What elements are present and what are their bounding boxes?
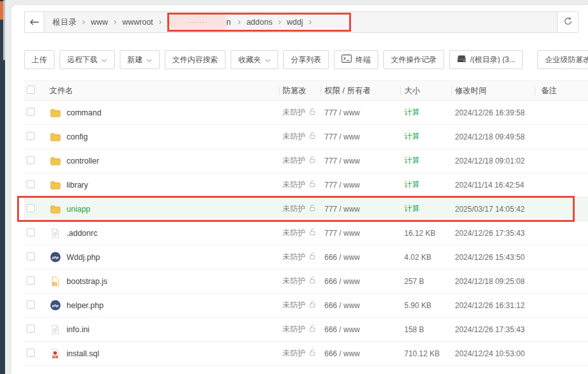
modified-time: 2024/12/26 16:39:58 — [451, 108, 535, 117]
permission-owner: 666 / www — [321, 277, 400, 286]
breadcrumb-item-addons[interactable]: addons — [246, 18, 272, 27]
file-name-link[interactable]: config — [67, 132, 87, 141]
tamper-status: 未防护 — [283, 131, 305, 142]
row-checkbox[interactable] — [27, 228, 35, 236]
file-name-link[interactable]: controller — [67, 157, 99, 165]
calculate-size-link[interactable]: 计算 — [404, 132, 419, 141]
table-row[interactable]: .addonrc 未防护 777 / www 16.12 KB 2024/12/… — [24, 221, 588, 245]
table-row[interactable]: JS bootstrap.js 未防护 666 / www 257 B 2024… — [24, 269, 588, 293]
content-search-button[interactable]: 文件内容搜索 — [165, 50, 226, 69]
permission-owner: 777 / www — [321, 108, 400, 117]
sidebar-scrollbar[interactable] — [3, 0, 5, 60]
text-icon — [49, 228, 61, 238]
folder-icon — [49, 181, 61, 190]
table-row[interactable]: uniapp 未防护 777 / www 计算 2025/03/17 14:05… — [24, 197, 588, 221]
file-name-link[interactable]: library — [67, 181, 88, 190]
file-size: 16.12 KB — [404, 229, 435, 238]
permission-owner: 777 / www — [321, 229, 400, 238]
unlock-icon — [309, 252, 316, 262]
new-button[interactable]: 新建 — [120, 50, 160, 69]
file-name-link[interactable]: info.ini — [67, 325, 89, 334]
tamper-status: 未防护 — [283, 300, 305, 311]
column-header-perm-owner: 权限 / 所有者 — [321, 86, 400, 96]
file-manager-panel: 根目录 › www › wwwroot › w ······· n › addo… — [11, 5, 588, 374]
unlock-icon — [309, 349, 316, 358]
file-name-link[interactable]: bootstrap.js — [67, 277, 108, 286]
table-row[interactable]: command 未防护 777 / www 计算 2024/12/26 16:3… — [24, 101, 588, 125]
refresh-button[interactable] — [557, 12, 578, 32]
table-row[interactable]: php helper.php 未防护 666 / www 5.90 KB 202… — [24, 293, 588, 318]
breadcrumb-item-www[interactable]: www — [91, 18, 108, 27]
row-checkbox[interactable] — [27, 108, 35, 116]
file-name-link[interactable]: .addonrc — [67, 229, 98, 238]
modified-time: 2024/12/26 16:31:12 — [451, 301, 535, 310]
file-name-link[interactable]: helper.php — [67, 301, 103, 310]
row-checkbox[interactable] — [27, 132, 35, 140]
unlock-icon — [309, 180, 316, 190]
row-checkbox[interactable] — [27, 349, 35, 357]
favorites-button[interactable]: 收藏夹 — [231, 50, 278, 69]
file-size: 5.90 KB — [404, 301, 431, 310]
permission-owner: 666 / www — [321, 349, 400, 358]
folder-icon — [49, 132, 61, 141]
permission-owner: 777 / www — [321, 157, 400, 165]
calculate-size-link[interactable]: 计算 — [404, 108, 419, 117]
svg-text:JS: JS — [53, 283, 56, 285]
chevron-down-icon — [101, 59, 107, 62]
tamper-status: 未防护 — [283, 155, 305, 166]
calculate-size-link[interactable]: 计算 — [404, 204, 419, 213]
file-name-link[interactable]: install.sql — [67, 349, 99, 358]
operation-log-button[interactable]: 文件操作记录 — [383, 50, 444, 69]
table-header: 文件名 防篡改 权限 / 所有者 大小 修改时间 备注 — [24, 81, 588, 101]
upload-button[interactable]: 上传 — [24, 50, 54, 69]
table-row[interactable]: info.ini 未防护 666 / www 158 B 2024/12/26 … — [24, 318, 588, 342]
row-checkbox[interactable] — [27, 325, 35, 333]
breadcrumb-separator: › — [113, 17, 117, 26]
remote-download-button[interactable]: 远程下载 — [60, 50, 115, 69]
row-checkbox[interactable] — [27, 180, 35, 188]
row-checkbox[interactable] — [27, 300, 35, 309]
svg-text:php: php — [51, 255, 59, 259]
chevron-down-icon — [265, 59, 271, 62]
file-name-link[interactable]: command — [67, 108, 101, 117]
row-checkbox[interactable] — [27, 204, 35, 212]
permission-owner: 666 / www — [321, 253, 400, 262]
breadcrumb-separator: › — [309, 17, 312, 26]
php-icon: php — [49, 300, 61, 311]
unlock-icon — [309, 108, 316, 117]
disk-select-button[interactable]: /(根目录) (3... — [449, 50, 523, 69]
breadcrumb-item-wddj[interactable]: wddj — [287, 18, 304, 27]
tamper-status: 未防护 — [283, 107, 305, 118]
share-list-button[interactable]: 分享列表 — [283, 50, 329, 69]
breadcrumb-separator: › — [159, 17, 162, 26]
disk-icon — [457, 55, 466, 65]
table-row[interactable]: SQL install.sql 未防护 666 / www 710.12 KB … — [24, 342, 588, 366]
tamper-proof-button[interactable]: 企业级防篡改 — [537, 50, 588, 69]
tamper-status: 未防护 — [283, 324, 305, 335]
row-checkbox[interactable] — [27, 252, 35, 261]
table-row[interactable]: php Wddj.php 未防护 666 / www 4.02 KB 2024/… — [24, 245, 588, 269]
file-name-link[interactable]: Wddj.php — [67, 253, 100, 262]
calculate-size-link[interactable]: 计算 — [404, 156, 419, 165]
table-row[interactable]: controller 未防护 777 / www 计算 2024/12/18 0… — [24, 149, 588, 173]
file-name-link[interactable]: uniapp — [67, 205, 91, 214]
row-checkbox[interactable] — [27, 276, 35, 285]
breadcrumb-item-root[interactable]: 根目录 — [53, 17, 77, 28]
refresh-icon — [563, 16, 573, 29]
back-arrow-icon — [30, 16, 39, 28]
file-size: 158 B — [404, 325, 424, 334]
modified-time: 2024/12/18 09:25:08 — [451, 277, 535, 286]
calculate-size-link[interactable]: 计算 — [404, 180, 419, 189]
breadcrumb-item-redacted-site[interactable]: w ······· n — [167, 15, 232, 29]
terminal-button[interactable]: 终端 — [334, 50, 378, 69]
table-row[interactable]: config 未防护 777 / www 计算 2024/12/18 09:49… — [24, 125, 588, 149]
back-button[interactable] — [25, 12, 44, 32]
breadcrumb-item-wwwroot[interactable]: wwwroot — [122, 18, 153, 27]
breadcrumb-separator: › — [278, 17, 281, 26]
breadcrumb-bar: 根目录 › www › wwwroot › w ······· n › addo… — [24, 11, 578, 33]
redaction-blur: ······· — [170, 16, 226, 29]
row-checkbox[interactable] — [27, 156, 35, 164]
file-size: 257 B — [404, 277, 424, 286]
select-all-checkbox[interactable] — [27, 86, 35, 94]
table-row[interactable]: library 未防护 777 / www 计算 2024/11/14 16:4… — [24, 173, 588, 197]
